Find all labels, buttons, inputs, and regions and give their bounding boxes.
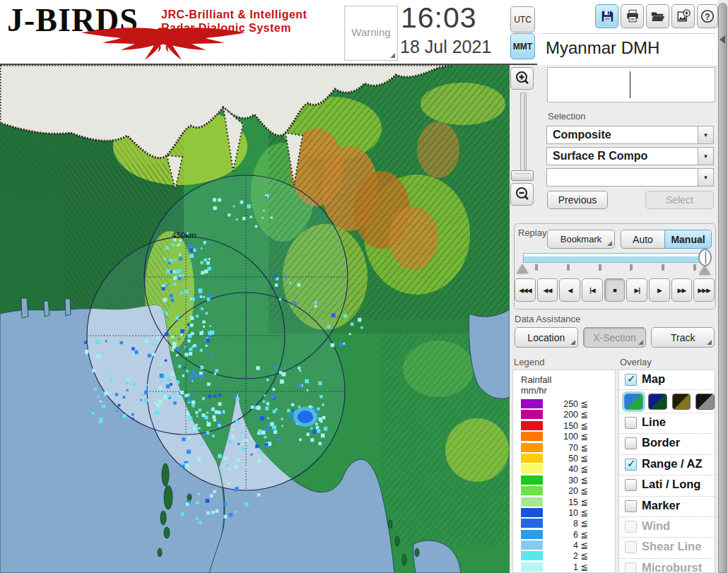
overlay-item-wind: Wind [619, 516, 715, 537]
checkbox[interactable] [625, 459, 637, 471]
help-icon: ? [700, 8, 715, 24]
menu-corner-grip [707, 340, 712, 345]
timeline-tick [693, 264, 696, 271]
open-file-button[interactable] [646, 4, 669, 28]
legend-row: 10 ≦ [513, 507, 615, 518]
timeline-handle[interactable] [698, 249, 712, 266]
fast-rewind-button[interactable]: ◀◀ [537, 278, 558, 302]
zoom-in-button[interactable] [510, 67, 534, 90]
x-section-button[interactable]: X-Section [583, 327, 647, 348]
location-button[interactable]: Location [515, 327, 578, 348]
previous-button[interactable]: Previous [547, 191, 608, 209]
button-label: Location [527, 332, 565, 343]
legend-row: 70 ≦ [513, 442, 615, 453]
legend-threshold: 8 ≦ [546, 518, 588, 528]
checkbox[interactable] [625, 437, 637, 449]
legend-swatch [521, 475, 543, 485]
legend-threshold: 150 ≦ [546, 420, 588, 431]
eagle-logo-icon [10, 27, 321, 62]
manual-mode-button[interactable]: Manual [664, 230, 712, 249]
timezone-utc-button[interactable]: UTC [510, 6, 535, 33]
logo-tagline-1: JRC-Brilliant & Intelligent [161, 8, 307, 21]
svg-text:?: ? [705, 12, 710, 22]
jbirds-window: 450km J-BIRDS JRC-Brilliant & Intelligen… [0, 0, 728, 573]
map-style-3[interactable] [672, 394, 691, 410]
checkbox[interactable] [625, 374, 637, 386]
dropdown-value: Composite [547, 129, 698, 141]
replay-timeline-slider[interactable] [523, 253, 708, 263]
chevron-down-icon[interactable]: ▼ [698, 126, 713, 143]
legend-row: 1 ≦ [513, 562, 615, 572]
save-button[interactable] [595, 4, 618, 28]
data-assistance-label: Data Assistance [515, 314, 580, 324]
legend-row: 100 ≦ [513, 431, 615, 442]
step-back-button[interactable]: |◀ [582, 278, 603, 302]
overlay-item-label: Shear Line [642, 540, 701, 553]
timeline-start-marker[interactable] [517, 264, 528, 273]
auto-mode-button[interactable]: Auto [621, 230, 665, 249]
selection-dropdown-3[interactable]: ▼ [546, 168, 714, 187]
checkbox[interactable] [625, 417, 637, 429]
selection-dropdown-2[interactable]: Surface R Compo▼ [546, 147, 714, 165]
play-backward-button[interactable]: ◀ [559, 278, 580, 302]
panel-collapse-strip[interactable] [718, 3, 727, 573]
stop-button[interactable]: ■ [604, 278, 626, 302]
checkbox[interactable] [625, 500, 637, 512]
overlay-item-map: Map [619, 370, 715, 389]
radar-map[interactable]: 450km [0, 65, 510, 573]
overlay-item-label: Microburst [642, 561, 702, 573]
bookmark-button[interactable]: Bookmark [547, 230, 615, 249]
overlay-label: Overlay [620, 357, 652, 367]
overlay-item-label: Line [642, 415, 666, 429]
save-icon [599, 8, 615, 24]
help-button[interactable]: ? [697, 4, 718, 28]
bookmark-corner-grip [607, 241, 612, 246]
legend-panel: Rainfall mm/hr 250 ≦200 ≦150 ≦100 ≦70 ≦5… [512, 370, 616, 573]
legend-swatch [521, 497, 543, 507]
data-assistance-buttons: LocationX-SectionTrack [515, 327, 715, 348]
checkbox[interactable] [625, 479, 637, 491]
legend-threshold: 20 ≦ [546, 485, 588, 496]
chevron-down-icon[interactable]: ▼ [698, 148, 713, 165]
legend-swatch [521, 443, 543, 452]
overlay-item-label: Range / AZ [642, 457, 703, 471]
selection-dropdown-1[interactable]: Composite▼ [546, 126, 714, 144]
timeline-tick [662, 264, 664, 271]
product-display-divider [630, 71, 630, 98]
zoom-out-button[interactable] [510, 183, 534, 206]
overlay-item-label: Wind [642, 519, 670, 533]
track-button[interactable]: Track [651, 327, 715, 348]
legend-row: 20 ≦ [513, 485, 615, 496]
timeline-end-marker[interactable] [699, 266, 710, 275]
map-style-4[interactable] [695, 394, 715, 410]
product-display-box[interactable] [547, 67, 715, 102]
map-style-1[interactable] [624, 394, 643, 410]
zoom-slider-handle[interactable] [511, 170, 534, 181]
fast-forward-button[interactable]: ▶▶ [671, 278, 693, 302]
timeline-tick [630, 264, 633, 271]
select-button[interactable]: Select [645, 191, 714, 209]
capture-button[interactable] [671, 4, 695, 28]
warning-label: Warning [345, 26, 397, 38]
terrain-map: 450km [0, 65, 510, 573]
transport-controls: ◀◀◀◀◀◀|◀■▶|▶▶▶▶▶▶ [515, 278, 715, 302]
map-style-swatches [619, 389, 715, 413]
legend-row: 6 ≦ [513, 529, 615, 540]
chevron-down-icon[interactable]: ▼ [698, 169, 713, 186]
timezone-mmt-button[interactable]: MMT [510, 33, 535, 59]
legend-row: 50 ≦ [513, 453, 615, 463]
zoom-slider-track[interactable] [520, 93, 527, 172]
legend-threshold: 4 ≦ [546, 540, 588, 550]
seek-end-button[interactable]: ▶▶▶ [693, 278, 715, 302]
overlay-item-range-az: Range / AZ [619, 454, 715, 475]
header-divider [0, 64, 537, 65]
print-button[interactable] [621, 4, 644, 28]
step-forward-button[interactable]: ▶| [626, 278, 647, 302]
legend-row: 8 ≦ [513, 518, 615, 528]
warning-indicator[interactable]: Warning [344, 6, 398, 61]
seek-start-button[interactable]: ◀◀◀ [515, 278, 536, 302]
selection-label: Selection [548, 111, 585, 122]
map-style-2[interactable] [648, 394, 667, 410]
play-button[interactable]: ▶ [649, 278, 670, 302]
legend-swatch [521, 508, 543, 517]
